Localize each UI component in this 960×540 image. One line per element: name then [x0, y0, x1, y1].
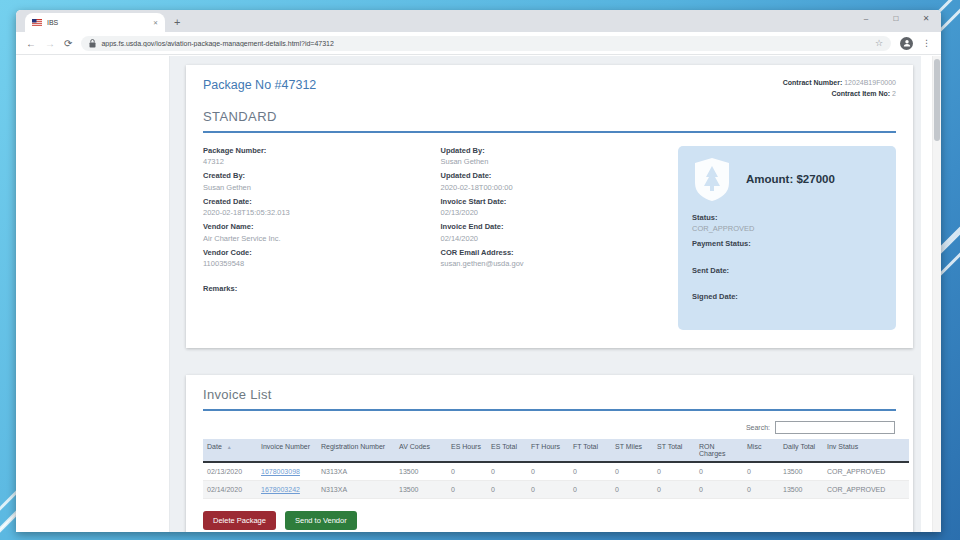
page-scrollbar[interactable] [932, 56, 941, 532]
table-row: 02/14/2020 1678003242 N313XA 13500 0 0 0… [203, 480, 909, 498]
bookmark-star-icon[interactable]: ☆ [875, 38, 883, 48]
col-misc[interactable]: Misc [743, 439, 779, 462]
col-date[interactable]: Date▲ [203, 439, 257, 462]
col-ft-total[interactable]: FT Total [569, 439, 611, 462]
field-package-number: Package Number: 47312 [203, 146, 429, 167]
col-inv-status[interactable]: Inv Status [823, 439, 909, 462]
field-vendor-name: Vendor Name: Air Charter Service Inc. [203, 222, 429, 243]
contract-number-label: Contract Number: [783, 79, 843, 86]
field-status: Status: COR_APPROVED [692, 213, 882, 234]
close-button[interactable]: ✕ [911, 10, 941, 27]
contract-item-value: 2 [892, 90, 896, 97]
contract-item-label: Contract Item No: [831, 90, 890, 97]
tab-strip: IBS ✕ + – □ ✕ [16, 10, 941, 32]
field-sent-date: Sent Date: [692, 266, 882, 287]
maximize-button[interactable]: □ [881, 10, 911, 27]
tab-title: IBS [47, 19, 58, 26]
invoice-list-title: Invoice List [203, 387, 896, 402]
table-row: 02/13/2020 1678003098 N313XA 13500 0 0 0… [203, 462, 909, 481]
field-updated-by: Updated By: Susan Gethen [441, 146, 667, 167]
field-signed-date: Signed Date: [692, 292, 882, 313]
col-st-total[interactable]: ST Total [653, 439, 695, 462]
col-ft-hours[interactable]: FT Hours [527, 439, 569, 462]
field-invoice-end-date: Invoice End Date: 02/14/2020 [441, 222, 667, 243]
tab-close-icon[interactable]: ✕ [153, 19, 158, 26]
col-av-codes[interactable]: AV Codes [395, 439, 447, 462]
field-invoice-start-date: Invoice Start Date: 02/13/2020 [441, 197, 667, 218]
field-created-date: Created Date: 2020-02-18T15:05:32.013 [203, 197, 429, 218]
invoice-table: Date▲ Invoice Number Registration Number… [203, 439, 909, 499]
table-header-row: Date▲ Invoice Number Registration Number… [203, 439, 909, 462]
field-updated-date: Updated Date: 2020-02-18T00:00:00 [441, 171, 667, 192]
col-es-hours[interactable]: ES Hours [447, 439, 487, 462]
contract-number-value: 12024B19F0000 [844, 79, 896, 86]
amount-value: Amount: $27000 [746, 173, 835, 185]
us-flag-icon [32, 19, 42, 26]
browser-menu-icon[interactable]: ⋮ [922, 38, 931, 48]
lock-icon [89, 39, 96, 48]
window-controls: – □ ✕ [851, 10, 941, 27]
field-payment-status: Payment Status: [692, 239, 882, 260]
field-created-by: Created By: Susan Gethen [203, 171, 429, 192]
new-tab-button[interactable]: + [174, 16, 180, 28]
col-invoice-number[interactable]: Invoice Number [257, 439, 317, 462]
forward-button[interactable]: → [45, 38, 55, 49]
col-st-miles[interactable]: ST Miles [611, 439, 653, 462]
page-content: Package No #47312 Contract Number: 12024… [16, 56, 941, 532]
main-column: Package No #47312 Contract Number: 12024… [169, 56, 921, 532]
scrollbar-thumb[interactable] [934, 59, 940, 141]
field-remarks: Remarks: [203, 284, 429, 293]
col-daily-total[interactable]: Daily Total [779, 439, 823, 462]
send-to-vendor-button[interactable]: Send to Vendor [285, 511, 357, 530]
col-ron-charges[interactable]: RON Charges [695, 439, 743, 462]
accent-divider [203, 131, 896, 133]
invoice-number-link[interactable]: 1678003242 [261, 486, 300, 493]
profile-avatar[interactable] [900, 37, 913, 50]
delete-package-button[interactable]: Delete Package [203, 511, 276, 530]
browser-toolbar: ← → ⟳ apps.fs.usda.gov/ios/aviation-pack… [16, 32, 941, 55]
browser-window: IBS ✕ + – □ ✕ ← → ⟳ apps.fs.usda.gov/ios… [16, 10, 941, 532]
forest-service-shield-icon [692, 157, 732, 202]
accent-divider [203, 409, 896, 411]
package-type-label: STANDARD [203, 109, 896, 124]
field-vendor-code: Vendor Code: 1100359548 [203, 248, 429, 269]
sort-asc-icon: ▲ [227, 444, 232, 450]
col-es-total[interactable]: ES Total [487, 439, 527, 462]
minimize-button[interactable]: – [851, 10, 881, 27]
refresh-button[interactable]: ⟳ [64, 38, 72, 49]
back-button[interactable]: ← [26, 38, 36, 49]
address-bar[interactable]: apps.fs.usda.gov/ios/aviation-package-ma… [81, 36, 891, 51]
invoice-list-card: Invoice List Search: [186, 375, 913, 532]
url-text: apps.fs.usda.gov/ios/aviation-package-ma… [101, 40, 334, 47]
search-label: Search: [746, 424, 770, 431]
slide-background: IBS ✕ + – □ ✕ ← → ⟳ apps.fs.usda.gov/ios… [0, 0, 960, 540]
col-registration-number[interactable]: Registration Number [317, 439, 395, 462]
amount-status-panel: Amount: $27000 Status: COR_APPROVED Paym… [678, 146, 896, 330]
status-badge: COR_APPROVED [692, 224, 882, 233]
search-input[interactable] [775, 421, 895, 434]
invoice-number-link[interactable]: 1678003098 [261, 468, 300, 475]
browser-tab[interactable]: IBS ✕ [25, 13, 165, 32]
page-title: Package No #47312 [203, 78, 316, 92]
package-fields-middle: Updated By: Susan Gethen Updated Date: 2… [441, 146, 667, 330]
contract-info: Contract Number: 12024B19F0000 Contract … [783, 78, 896, 100]
package-fields-left: Package Number: 47312 Created By: Susan … [203, 146, 429, 330]
package-card: Package No #47312 Contract Number: 12024… [186, 65, 913, 348]
person-icon [903, 39, 911, 47]
field-cor-email: COR Email Address: susan.gethen@usda.gov [441, 248, 667, 269]
